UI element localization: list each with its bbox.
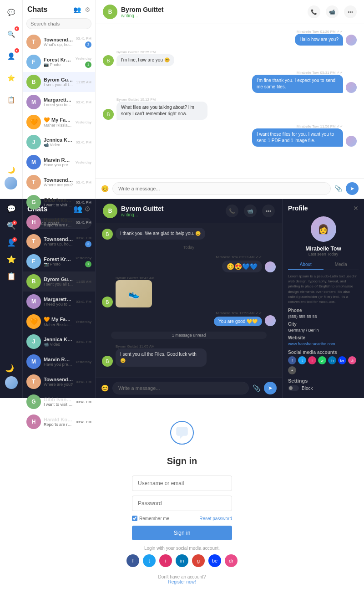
chat-time: Yesterday (76, 56, 91, 61)
extra-social-icon[interactable]: + (288, 366, 296, 374)
block-toggle[interactable] (288, 385, 299, 391)
message-content-dark: Byrom Guittet 11:05 AM I sent you all th… (116, 344, 207, 367)
chat-info-gibb: Gibb Ivanchin I want to visit them... (44, 197, 73, 207)
msg-avatar (346, 136, 357, 147)
profile-close-button[interactable]: ✕ (353, 205, 359, 212)
nav-archive-icon-dark[interactable]: 📋 (7, 272, 16, 281)
message-row: Mirabelle Tow 05:31 PM ✓✓ I'm fine thank… (103, 71, 357, 93)
call-icon[interactable]: 📞 (308, 5, 320, 18)
chat-item-townsend[interactable]: T Townsend Seary What's up, how are you?… (23, 32, 95, 52)
tab-media[interactable]: Media (324, 260, 359, 270)
nav-contacts-icon-dark[interactable]: 👤● (7, 238, 16, 247)
chat-item-dark-townsend[interactable]: T Townsend Seary What's up, how are you?… (23, 231, 95, 251)
chat-info: Margaretta Worvell I need you today. Can… (44, 297, 73, 307)
chat-item-dark-margaretta[interactable]: M Margaretta Worvell I need you today. C… (23, 292, 95, 312)
msg-meta: Mirabelle Tow 05:31 PM ✓✓ (252, 71, 343, 75)
settings-icon[interactable]: ⚙ (85, 6, 91, 13)
chat-preview: Maher Risslandii: Hello!!!! (44, 123, 73, 128)
send-button-dark[interactable]: ➤ (264, 382, 277, 394)
nav-contacts-icon[interactable]: 👤● (5, 49, 18, 63)
behance-icon[interactable]: be (338, 356, 346, 364)
message-content: Mirabelle Tow 05:31 PM ✓✓ I'm fine thank… (252, 71, 343, 93)
chat-item-jennica[interactable]: J Jennica Kindred 📹 Video 03:41 PM (23, 132, 95, 152)
message-input-dark[interactable] (112, 382, 249, 394)
tab-about[interactable]: About (288, 260, 324, 270)
facebook-icon[interactable]: f (288, 356, 296, 364)
whatsapp-icon[interactable]: w (318, 356, 326, 364)
emoji-icon-dark[interactable]: 😊 (101, 384, 109, 392)
website-link[interactable]: www.fransharacaribe.com (288, 342, 359, 346)
ig-login-icon[interactable]: i (159, 554, 172, 567)
reset-password-link[interactable]: Reset password (199, 516, 232, 521)
block-label[interactable]: Block (302, 386, 313, 391)
chat-meta: Yesterday 1 (76, 56, 91, 68)
password-input[interactable] (132, 496, 232, 511)
username-input[interactable] (132, 476, 232, 491)
more-icon[interactable]: ••• (344, 5, 357, 18)
li-login-icon[interactable]: in (176, 554, 188, 567)
be-login-icon[interactable]: be (208, 554, 221, 567)
chat-item-dark-harald[interactable]: H Harald Kowalski Reports are ready 03:4… (23, 412, 95, 432)
chat-badge: 1 (85, 261, 91, 267)
message-row: B Byrom Guittet 10:12 PM What files are … (103, 97, 357, 120)
chat-item-dark-forest[interactable]: F Forest Kroch 📷 Photo Yesterday 1 (23, 251, 95, 271)
signin-button[interactable]: Sign in (132, 526, 232, 540)
dr-login-icon[interactable]: dr (225, 554, 238, 567)
chat-item-harald[interactable]: H Harald Kowalski Reports are ready 03:4… (23, 212, 95, 232)
chat-item-dark-gibb[interactable]: G Gibb Ivanchin I want to visit them... … (23, 392, 95, 412)
attachment-icon-dark[interactable]: 📎 (253, 384, 260, 392)
nav-moon-icon[interactable]: 🌙 (5, 163, 18, 177)
send-button-light[interactable]: ➤ (346, 182, 359, 195)
emoji-icon[interactable]: 😊 (101, 185, 109, 192)
nav-archive-icon[interactable]: 📋 (5, 93, 18, 107)
chat-item-marvin[interactable]: M Marvin Rohan Have you prepared the... … (23, 152, 95, 172)
twitter-icon[interactable]: t (298, 356, 306, 364)
chat-item-family[interactable]: 🧡 🧡 My Family 🧡 Maher Risslandii: Hello!… (23, 112, 95, 132)
nav-moon-icon-dark[interactable]: 🌙 (5, 364, 18, 373)
call-icon-dark[interactable]: 📞 (226, 205, 238, 217)
dribbble-icon[interactable]: dr (348, 356, 356, 364)
attachment-icon[interactable]: 📎 (334, 185, 342, 192)
chat-meta: 03:41 PM (76, 180, 91, 184)
register-link[interactable]: Register now! (168, 579, 196, 584)
phone-value: (555) 555 55 55 (288, 314, 359, 319)
new-chat-icon[interactable]: 👥 (73, 6, 81, 13)
chat-item-byrom[interactable]: B Byrom Guittet I sent you all the files… (23, 72, 95, 92)
tw-login-icon[interactable]: t (143, 554, 156, 567)
chat-item-gibb[interactable]: G Gibb Ivanchin I want to visit them... … (23, 192, 95, 212)
instagram-icon[interactable]: i (308, 356, 316, 364)
message-row-dark-sent: Mirabelle Tow 09:23 AM ✓✓ 😊😍💙💙 (102, 255, 276, 272)
chat-item-dark-townsend2[interactable]: T Townsend Seary Where are you? 03:41 PM (23, 372, 95, 392)
chat-item-dark-byrom[interactable]: B Byrom Guittet I sent you all the files… (23, 271, 95, 292)
chat-preview: What's up, how are you? (44, 242, 73, 246)
nav-avatar[interactable] (5, 177, 17, 189)
more-icon-dark[interactable]: ••• (262, 205, 275, 217)
chat-search-input[interactable] (26, 18, 91, 29)
remember-me-checkbox[interactable] (132, 516, 137, 521)
nav-chat-icon[interactable]: 💬 (5, 5, 18, 19)
emoji-msg: 😊😍💙💙 (216, 259, 262, 272)
nav-avatar-dark[interactable] (5, 376, 18, 389)
chat-item-margaretta[interactable]: M Margaretta Worvell I need you today. C… (23, 92, 95, 112)
chat-info-byrom: Byrom Guittet I sent you all the files. … (44, 77, 73, 87)
video-icon[interactable]: 📹 (326, 5, 339, 18)
gp-login-icon[interactable]: g (192, 554, 205, 567)
chat-info: Byrom Guittet I sent you all the files. … (44, 276, 73, 287)
message-input-light[interactable] (112, 182, 331, 195)
chat-item-dark-jennica[interactable]: J Jennica Kindred 📹 Video 03:41 PM (23, 332, 95, 352)
nav-starred-icon-dark[interactable]: ⭐ (7, 255, 16, 264)
nav-starred-icon[interactable]: ⭐ (5, 71, 18, 85)
chat-item-dark-family[interactable]: 🧡 🧡 My Family 🧡 Maher Risslandii: Hello!… (23, 312, 95, 332)
linkedin-icon[interactable]: in (328, 356, 336, 364)
chat-info-family: 🧡 My Family 🧡 Maher Risslandii: Hello!!!… (44, 117, 73, 128)
chat-item-forest[interactable]: F Forest Kroch 📷 Photo Yesterday 1 (23, 52, 95, 72)
nav-search-icon[interactable]: 🔍● (5, 27, 18, 41)
fb-login-icon[interactable]: f (126, 554, 139, 567)
chat-item-dark-marvin[interactable]: M Marvin Rohan Have you prepared the... … (23, 352, 95, 372)
video-icon-dark[interactable]: 📹 (244, 205, 257, 217)
chat-item-townsend2[interactable]: T Townsend Seary Where are you? 03:41 PM (23, 172, 95, 192)
nav-search-icon-dark[interactable]: 🔍● (7, 221, 16, 230)
remember-label-text: Remember me (139, 516, 169, 521)
nav-chat-icon-dark[interactable]: 💬 (7, 205, 16, 213)
chat-name: 🧡 My Family 🧡 (44, 317, 73, 322)
